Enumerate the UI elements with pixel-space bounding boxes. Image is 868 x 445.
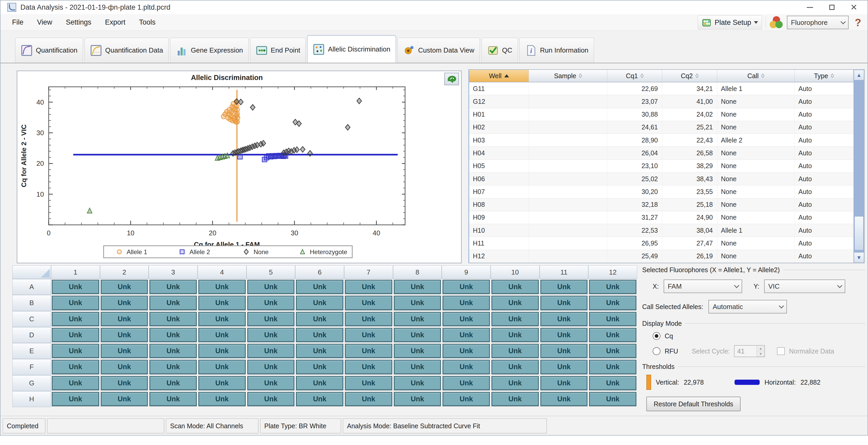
restore-button[interactable] xyxy=(821,1,843,14)
menu-item-tools[interactable]: Tools xyxy=(132,16,162,29)
plate-well-D12[interactable]: Unk xyxy=(589,328,637,342)
plate-well-F11[interactable]: Unk xyxy=(540,360,588,374)
plate-well-B5[interactable]: Unk xyxy=(247,296,294,310)
menu-item-settings[interactable]: Settings xyxy=(59,16,98,29)
table-row-H03[interactable]: H0328,9022,43Allele 2Auto xyxy=(469,134,854,147)
help-button[interactable]: ? xyxy=(852,17,864,29)
plate-well-F7[interactable]: Unk xyxy=(345,360,392,374)
plate-well-H8[interactable]: Unk xyxy=(394,392,441,406)
plate-column-header-2[interactable]: 2 xyxy=(100,265,149,279)
spin-down-icon[interactable]: ▼ xyxy=(757,351,764,356)
plate-well-C10[interactable]: Unk xyxy=(491,312,539,326)
plate-well-E7[interactable]: Unk xyxy=(345,344,392,358)
plate-well-F9[interactable]: Unk xyxy=(442,360,490,374)
plate-well-E11[interactable]: Unk xyxy=(540,344,588,358)
table-row-H10[interactable]: H1022,5338,04Allele 1Auto xyxy=(469,224,854,237)
plate-well-F5[interactable]: Unk xyxy=(247,360,294,374)
plate-well-G12[interactable]: Unk xyxy=(589,376,637,390)
plate-well-A4[interactable]: Unk xyxy=(198,280,246,294)
plate-well-B3[interactable]: Unk xyxy=(149,296,197,310)
cq-radio[interactable] xyxy=(653,332,660,340)
tab-end-point[interactable]: End Point xyxy=(250,38,306,63)
table-row-H11[interactable]: H1126,9527,47NoneAuto xyxy=(469,237,854,250)
plate-well-B9[interactable]: Unk xyxy=(442,296,490,310)
column-header-well[interactable]: Well xyxy=(469,70,529,82)
chart-pane-menu-button[interactable] xyxy=(444,73,459,85)
y-fluorophore-select[interactable]: VIC xyxy=(764,279,845,293)
table-row-H04[interactable]: H0426,0426,58NoneAuto xyxy=(469,147,854,160)
plate-well-C12[interactable]: Unk xyxy=(589,312,637,326)
plate-row-header-D[interactable]: D xyxy=(12,327,51,343)
plate-well-C4[interactable]: Unk xyxy=(198,312,246,326)
plate-well-D11[interactable]: Unk xyxy=(540,328,588,342)
plate-well-D8[interactable]: Unk xyxy=(394,328,441,342)
plate-row-header-F[interactable]: F xyxy=(12,359,51,375)
plate-well-D1[interactable]: Unk xyxy=(52,328,99,342)
table-row-H09[interactable]: H0931,2724,90NoneAuto xyxy=(469,211,854,224)
plate-well-G1[interactable]: Unk xyxy=(52,376,99,390)
plate-well-A6[interactable]: Unk xyxy=(296,280,343,294)
plate-well-E6[interactable]: Unk xyxy=(296,344,343,358)
column-header-cq1[interactable]: Cq1◊ xyxy=(608,70,662,82)
plate-setup-button[interactable]: Plate Setup xyxy=(698,15,762,30)
plate-well-D9[interactable]: Unk xyxy=(442,328,490,342)
plate-well-H5[interactable]: Unk xyxy=(247,392,294,406)
restore-default-thresholds-button[interactable]: Restore Default Thresholds xyxy=(646,397,741,411)
plate-well-A7[interactable]: Unk xyxy=(345,280,392,294)
plate-column-header-11[interactable]: 11 xyxy=(539,265,589,279)
sort-icon[interactable]: ◊ xyxy=(761,72,764,79)
tab-run-information[interactable]: iRun Information xyxy=(520,38,594,63)
plate-column-header-12[interactable]: 12 xyxy=(588,265,637,279)
plate-well-G10[interactable]: Unk xyxy=(491,376,539,390)
select-cycle-spinner[interactable]: 41 ▲▼ xyxy=(734,345,765,357)
plate-column-header-3[interactable]: 3 xyxy=(149,265,197,279)
table-row-H02[interactable]: H0224,6125,21NoneAuto xyxy=(469,121,854,134)
plate-well-A8[interactable]: Unk xyxy=(394,280,441,294)
plate-well-E9[interactable]: Unk xyxy=(442,344,490,358)
scroll-down-icon[interactable]: ▼ xyxy=(854,252,864,263)
sort-icon[interactable]: ◊ xyxy=(695,72,699,79)
spin-up-icon[interactable]: ▲ xyxy=(757,346,764,351)
plate-well-G3[interactable]: Unk xyxy=(149,376,197,390)
plate-well-F10[interactable]: Unk xyxy=(491,360,539,374)
tab-quantification-data[interactable]: Quantification Data xyxy=(85,38,168,63)
plate-column-header-4[interactable]: 4 xyxy=(197,265,247,279)
table-row-H07[interactable]: H0730,2023,55NoneAuto xyxy=(469,185,854,198)
tab-allelic-discrimination[interactable]: Allelic Discrimination xyxy=(307,36,396,63)
call-selected-alleles-select[interactable]: Automatic xyxy=(708,300,787,313)
plate-column-header-1[interactable]: 1 xyxy=(51,265,100,279)
plate-well-C1[interactable]: Unk xyxy=(52,312,99,326)
plate-well-B4[interactable]: Unk xyxy=(198,296,246,310)
plate-well-D6[interactable]: Unk xyxy=(296,328,343,342)
scroll-up-icon[interactable]: ▲ xyxy=(854,70,864,80)
plate-well-F4[interactable]: Unk xyxy=(198,360,246,374)
plate-well-A11[interactable]: Unk xyxy=(540,280,588,294)
plate-row-header-E[interactable]: E xyxy=(12,343,51,359)
plate-well-H11[interactable]: Unk xyxy=(540,392,588,406)
menu-item-file[interactable]: File xyxy=(5,16,30,29)
plate-well-A3[interactable]: Unk xyxy=(149,280,197,294)
plate-well-C5[interactable]: Unk xyxy=(247,312,294,326)
tab-gene-expression[interactable]: Gene Expression xyxy=(170,38,248,63)
plate-well-B6[interactable]: Unk xyxy=(296,296,343,310)
plate-well-F2[interactable]: Unk xyxy=(101,360,148,374)
close-button[interactable]: ✕ xyxy=(843,1,865,14)
tab-custom-data-view[interactable]: Custom Data View xyxy=(398,38,480,63)
plate-well-F12[interactable]: Unk xyxy=(589,360,637,374)
plate-well-B12[interactable]: Unk xyxy=(589,296,637,310)
plate-well-A10[interactable]: Unk xyxy=(491,280,539,294)
table-row-H08[interactable]: H0832,1825,18NoneAuto xyxy=(469,199,854,211)
plate-well-C9[interactable]: Unk xyxy=(442,312,490,326)
plate-well-B10[interactable]: Unk xyxy=(491,296,539,310)
plate-well-E4[interactable]: Unk xyxy=(198,344,246,358)
plate-well-C8[interactable]: Unk xyxy=(394,312,441,326)
plate-well-H12[interactable]: Unk xyxy=(589,392,637,406)
plate-well-F1[interactable]: Unk xyxy=(52,360,99,374)
plate-well-D7[interactable]: Unk xyxy=(345,328,392,342)
plate-well-A2[interactable]: Unk xyxy=(101,280,148,294)
table-row-H05[interactable]: H0523,1038,29NoneAuto xyxy=(469,160,854,173)
column-header-cq2[interactable]: Cq2◊ xyxy=(662,70,717,82)
sort-ascending-icon[interactable] xyxy=(504,74,509,77)
sort-icon[interactable]: ◊ xyxy=(579,72,582,79)
plate-well-F3[interactable]: Unk xyxy=(149,360,197,374)
